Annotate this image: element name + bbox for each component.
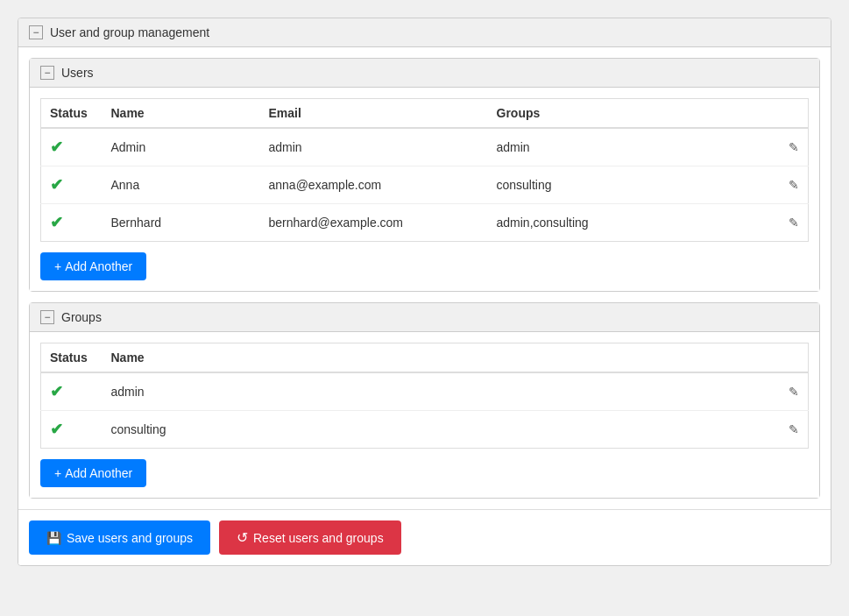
groups-col-actions: [777, 343, 809, 373]
groups-section: − Groups Status Name ✔ admin ✎: [29, 302, 820, 499]
user-email-1: anna@example.com: [260, 166, 488, 204]
group-name-0: admin: [103, 372, 777, 411]
groups-add-icon: +: [54, 466, 61, 480]
user-check-icon-1: ✔: [50, 176, 63, 194]
users-table-row: ✔ Anna anna@example.com consulting ✎: [41, 166, 809, 204]
group-status-1: ✔: [41, 411, 103, 449]
user-name-2: Bernhard: [103, 204, 260, 242]
group-edit-icon-1[interactable]: ✎: [789, 422, 799, 436]
user-edit-icon-1[interactable]: ✎: [789, 178, 799, 192]
group-name-1: consulting: [103, 411, 777, 449]
user-edit-cell-0: ✎: [777, 128, 809, 166]
groups-add-label: Add Another: [65, 466, 132, 480]
users-section-title: Users: [61, 66, 94, 80]
users-add-another-button[interactable]: + Add Another: [40, 252, 146, 280]
user-email-0: admin: [260, 128, 488, 166]
user-status-0: ✔: [41, 128, 103, 166]
user-status-1: ✔: [41, 166, 103, 204]
groups-table-row: ✔ consulting ✎: [41, 411, 809, 449]
users-add-icon: +: [54, 259, 61, 273]
groups-section-header: − Groups: [30, 303, 819, 332]
group-check-icon-0: ✔: [50, 383, 63, 400]
reset-button[interactable]: ↺ Reset users and groups: [219, 520, 401, 555]
user-check-icon-0: ✔: [50, 138, 63, 156]
users-col-name: Name: [103, 99, 260, 129]
user-groups-2: admin,consulting: [488, 204, 777, 242]
group-status-0: ✔: [41, 372, 103, 411]
user-check-icon-2: ✔: [50, 214, 63, 231]
users-section: − Users Status Name Email Groups ✔: [29, 58, 820, 292]
groups-table-row: ✔ admin ✎: [41, 372, 809, 411]
users-table: Status Name Email Groups ✔ Admin admin a…: [40, 98, 809, 242]
users-col-status: Status: [41, 99, 103, 129]
user-groups-1: consulting: [488, 166, 777, 204]
user-name-1: Anna: [103, 166, 260, 204]
users-col-groups: Groups: [488, 99, 777, 129]
groups-table-header-row: Status Name: [41, 343, 809, 373]
user-email-2: bernhard@example.com: [260, 204, 488, 242]
action-bar: 💾 Save users and groups ↺ Reset users an…: [18, 509, 831, 565]
groups-col-name: Name: [103, 343, 777, 373]
save-icon: 💾: [46, 531, 61, 545]
groups-section-body: Status Name ✔ admin ✎ ✔ consulting ✎: [30, 332, 819, 498]
reset-label: Reset users and groups: [253, 531, 384, 545]
users-table-row: ✔ Bernhard bernhard@example.com admin,co…: [41, 204, 809, 242]
save-button[interactable]: 💾 Save users and groups: [29, 520, 210, 555]
groups-table: Status Name ✔ admin ✎ ✔ consulting ✎: [40, 343, 809, 449]
users-table-row: ✔ Admin admin admin ✎: [41, 128, 809, 166]
page-header: − User and group management: [18, 18, 831, 47]
reset-icon: ↺: [237, 529, 248, 546]
user-status-2: ✔: [41, 204, 103, 242]
user-name-0: Admin: [103, 128, 260, 166]
users-add-label: Add Another: [65, 259, 132, 273]
users-table-header-row: Status Name Email Groups: [41, 99, 809, 129]
main-container: − User and group management − Users Stat…: [18, 18, 831, 566]
page-collapse-icon[interactable]: −: [29, 25, 43, 39]
group-edit-icon-0[interactable]: ✎: [789, 385, 799, 399]
user-edit-icon-2[interactable]: ✎: [789, 216, 799, 230]
groups-section-title: Groups: [61, 310, 102, 324]
groups-add-another-button[interactable]: + Add Another: [40, 459, 146, 487]
users-collapse-icon[interactable]: −: [40, 66, 54, 80]
user-groups-0: admin: [488, 128, 777, 166]
users-col-email: Email: [260, 99, 488, 129]
group-edit-cell-1: ✎: [777, 411, 809, 449]
save-label: Save users and groups: [67, 531, 193, 545]
group-check-icon-1: ✔: [50, 421, 63, 438]
user-edit-cell-2: ✎: [777, 204, 809, 242]
groups-col-status: Status: [41, 343, 103, 373]
users-col-actions: [777, 99, 809, 129]
page-title: User and group management: [50, 25, 209, 39]
users-section-header: − Users: [30, 59, 819, 88]
user-edit-icon-0[interactable]: ✎: [789, 140, 799, 154]
user-edit-cell-1: ✎: [777, 166, 809, 204]
group-edit-cell-0: ✎: [777, 372, 809, 411]
users-section-body: Status Name Email Groups ✔ Admin admin a…: [30, 88, 819, 291]
groups-collapse-icon[interactable]: −: [40, 310, 54, 324]
